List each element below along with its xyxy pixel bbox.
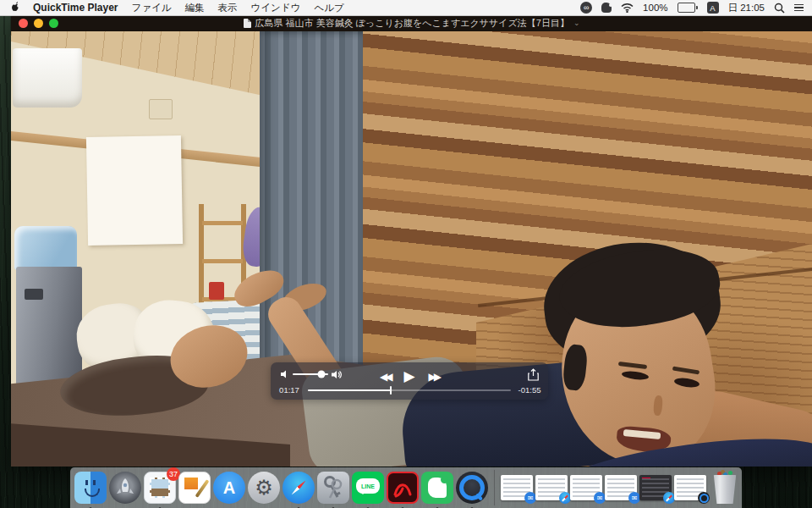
dock-item-pages[interactable]	[178, 472, 211, 504]
apple-menu[interactable]	[10, 2, 21, 14]
menu-view[interactable]: 表示	[218, 2, 238, 14]
dock-item-mail[interactable]: 37	[144, 472, 176, 504]
dock-item-app-store[interactable]: A	[213, 472, 245, 504]
notification-center-icon[interactable]	[794, 4, 804, 12]
playback-controls: ◀◀ ▶ ▶▶ 01:17 -01:55	[271, 362, 548, 400]
menu-window[interactable]: ウインドウ	[251, 2, 301, 14]
rewind-button[interactable]: ◀◀	[380, 372, 390, 382]
fast-forward-button[interactable]: ▶▶	[429, 372, 439, 382]
play-button[interactable]: ▶	[403, 369, 414, 384]
minimized-window[interactable]	[535, 475, 568, 500]
menu-help[interactable]: ヘルプ	[314, 2, 343, 14]
quicktime-window: 広島県 福山市 美容鍼灸 ぽっこりお腹をへこますエクササイズ法【7日目】 ⌄	[11, 14, 812, 467]
launchpad-icon	[109, 472, 141, 504]
minimized-window[interactable]	[639, 475, 672, 500]
finder-icon	[74, 472, 107, 504]
dock-item-acrobat[interactable]	[387, 472, 419, 504]
progress-bar[interactable]	[308, 389, 511, 391]
line-label: LINE	[356, 478, 380, 494]
safari-badge-icon	[663, 492, 675, 504]
acrobat-icon	[387, 472, 419, 504]
volume-knob[interactable]	[318, 371, 326, 378]
menu-bar: QuickTime Player ファイル 編集 表示 ウインドウ ヘルプ ∞ …	[0, 0, 812, 16]
dock-item-launchpad[interactable]	[109, 472, 141, 504]
water-bottle	[14, 226, 77, 270]
elapsed-time: 01:17	[271, 385, 308, 395]
mail-badge-icon: ✉	[628, 492, 640, 504]
evernote-status-icon[interactable]	[601, 3, 612, 13]
share-icon[interactable]	[528, 368, 539, 381]
dock-item-finder[interactable]	[74, 472, 107, 504]
red-box	[209, 282, 224, 300]
gear-icon: ⚙	[248, 472, 280, 504]
dock-item-system-preferences[interactable]: ⚙	[248, 472, 280, 504]
battery-percent: 100%	[643, 3, 667, 13]
quicktime-badge-icon	[698, 492, 710, 504]
apple-logo	[10, 2, 21, 14]
wifi-icon[interactable]	[621, 3, 634, 13]
dock-item-safari[interactable]	[283, 472, 315, 504]
air-conditioner	[13, 48, 82, 108]
minimized-window[interactable]	[674, 475, 706, 500]
menu-clock[interactable]: 日 21:05	[728, 2, 765, 14]
trash[interactable]	[710, 471, 739, 505]
window-titlebar[interactable]: 広島県 福山市 美容鍼灸 ぽっこりお腹をへこますエクササイズ法【7日目】 ⌄	[11, 14, 812, 31]
app-store-icon: A	[213, 472, 245, 504]
menu-edit[interactable]: 編集	[185, 2, 205, 14]
dock-item-evernote[interactable]	[421, 472, 453, 504]
creative-cloud-icon[interactable]: ∞	[580, 2, 592, 14]
dock-item-keychain[interactable]	[317, 472, 349, 504]
evernote-icon	[421, 472, 453, 504]
line-icon: LINE	[352, 472, 384, 504]
dock-item-line[interactable]: LINE	[352, 472, 384, 504]
keychain-icon	[317, 472, 349, 504]
document-icon	[244, 19, 251, 28]
mail-badge-icon: ✉	[524, 492, 536, 504]
wall-vent	[149, 99, 173, 119]
video-frame[interactable]: ◀◀ ▶ ▶▶ 01:17 -01:55	[11, 31, 812, 467]
whiteboard	[86, 135, 183, 246]
dock-item-quicktime[interactable]	[456, 472, 488, 504]
volume-slider[interactable]	[293, 373, 328, 375]
input-source-icon[interactable]: A	[707, 2, 719, 14]
progress-playhead[interactable]	[390, 386, 392, 395]
volume-low-icon[interactable]	[281, 370, 289, 378]
pages-icon	[178, 472, 211, 504]
safari-icon	[283, 472, 315, 504]
quicktime-icon	[456, 472, 488, 504]
menu-app-name[interactable]: QuickTime Player	[33, 2, 118, 14]
window-title-area: 広島県 福山市 美容鍼灸 ぽっこりお腹をへこますエクササイズ法【7日目】 ⌄	[11, 17, 812, 30]
minimized-window[interactable]: ✉	[570, 475, 602, 500]
menu-file[interactable]: ファイル	[132, 2, 172, 14]
chevron-down-icon[interactable]: ⌄	[573, 19, 580, 27]
remaining-time: -01:55	[511, 385, 548, 395]
window-title: 広島県 福山市 美容鍼灸 ぽっこりお腹をへこますエクササイズ法【7日目】	[255, 17, 569, 30]
spotlight-icon[interactable]	[774, 3, 785, 14]
safari-badge-icon	[559, 492, 571, 504]
dock-divider	[494, 470, 495, 505]
mail-badge-icon: ✉	[594, 492, 606, 504]
minimized-window[interactable]: ✉	[605, 475, 637, 500]
battery-icon[interactable]	[678, 3, 698, 13]
progress-fill	[308, 389, 391, 391]
minimized-window[interactable]: ✉	[501, 475, 533, 500]
volume-high-icon[interactable]	[332, 370, 343, 379]
dock: 37 A ⚙ LINE ✉ ✉ ✉	[70, 467, 742, 508]
